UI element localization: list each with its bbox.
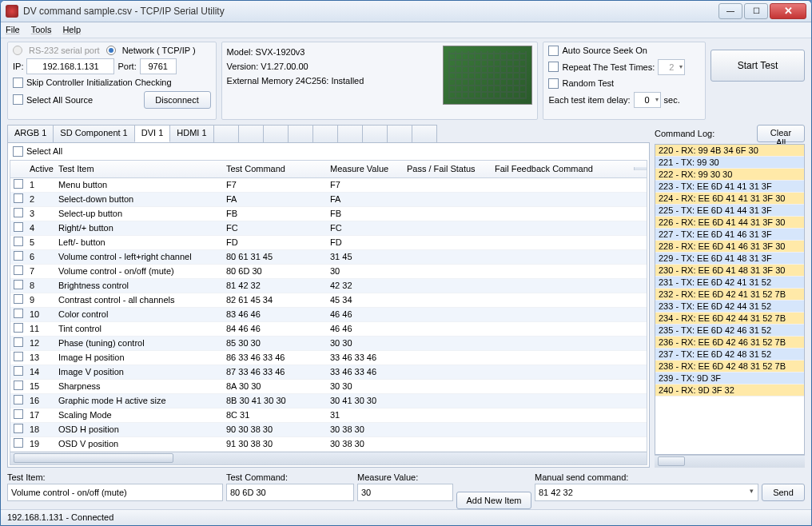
table-row[interactable]: 1Menu buttonF7F7 (10, 178, 647, 193)
menu-file[interactable]: File (6, 25, 20, 34)
chk-select-all[interactable] (13, 146, 23, 157)
table-row[interactable]: 5Left/- buttonFDFD (10, 236, 647, 250)
log-line[interactable]: 235 - TX: EE 6D 42 46 31 52 (655, 325, 804, 337)
row-checkbox[interactable] (14, 193, 23, 203)
tab-empty[interactable] (387, 125, 412, 142)
tab-empty[interactable] (412, 125, 437, 142)
chk-select-all-source[interactable] (13, 94, 23, 105)
row-checkbox[interactable] (14, 251, 23, 261)
start-test-button[interactable]: Start Test (710, 50, 805, 82)
tab-argb-1[interactable]: ARGB 1 (7, 125, 54, 142)
row-checkbox[interactable] (14, 179, 23, 189)
log-line[interactable]: 224 - RX: EE 6D 41 41 31 3F 30 (655, 193, 804, 205)
radio-network[interactable] (106, 46, 116, 55)
row-checkbox[interactable] (14, 337, 23, 347)
row-checkbox[interactable] (14, 309, 23, 318)
tab-empty[interactable] (263, 125, 289, 142)
delay-spinner[interactable]: 0 (634, 92, 661, 108)
log-line[interactable]: 236 - RX: EE 6D 42 46 31 52 7B (655, 337, 804, 349)
row-checkbox[interactable] (14, 280, 23, 289)
hdr-active[interactable]: Active (26, 162, 55, 175)
ip-input[interactable] (26, 58, 114, 74)
row-checkbox[interactable] (14, 424, 23, 433)
input-testcmd[interactable] (226, 484, 354, 501)
row-checkbox[interactable] (14, 237, 23, 246)
hdr-fail[interactable]: Fail Feedback Command (492, 162, 634, 175)
grid-hscroll[interactable] (10, 452, 647, 464)
row-checkbox[interactable] (14, 395, 23, 404)
table-row[interactable]: 10Color control83 46 4646 46 (10, 308, 647, 322)
hdr-cmd[interactable]: Test Command (223, 162, 327, 175)
clear-all-button[interactable]: Clear All (757, 125, 805, 142)
log-line[interactable]: 237 - TX: EE 6D 42 48 31 52 (655, 349, 804, 361)
hdr-pass[interactable]: Pass / Fail Status (404, 162, 492, 175)
log-hscroll[interactable] (655, 455, 805, 468)
menu-help[interactable]: Help (62, 25, 81, 34)
minimize-button[interactable]: — (718, 3, 742, 19)
table-row[interactable]: 13Image H position86 33 46 33 4633 46 33… (10, 351, 647, 365)
menu-tools[interactable]: Tools (31, 25, 52, 34)
tab-empty[interactable] (312, 125, 338, 142)
command-log[interactable]: 220 - RX: 99 4B 34 6F 30221 - TX: 99 302… (655, 144, 805, 455)
tab-empty[interactable] (288, 125, 313, 142)
table-row[interactable]: 7Volume control - on/off (mute)80 6D 303… (10, 265, 647, 279)
log-line[interactable]: 238 - RX: EE 6D 42 48 31 52 7B (655, 361, 804, 373)
table-row[interactable]: 15Sharpness8A 30 3030 30 (10, 380, 647, 394)
row-checkbox[interactable] (14, 438, 23, 448)
maximize-button[interactable]: ☐ (744, 3, 768, 19)
log-line[interactable]: 221 - TX: 99 30 (655, 157, 804, 169)
table-row[interactable]: 11Tint control84 46 4646 46 (10, 322, 647, 337)
table-row[interactable]: 16Graphic mode H active size8B 30 41 30 … (10, 394, 647, 408)
tab-empty[interactable] (238, 125, 264, 142)
log-line[interactable]: 225 - TX: EE 6D 41 44 31 3F (655, 205, 804, 217)
tab-empty[interactable] (337, 125, 363, 142)
log-line[interactable]: 220 - RX: 99 4B 34 6F 30 (655, 145, 804, 157)
repeat-spinner[interactable]: 2 (658, 59, 685, 75)
chk-skip-init[interactable] (13, 78, 23, 88)
table-row[interactable]: 3Select-up buttonFBFB (10, 207, 647, 221)
log-line[interactable]: 239 - TX: 9D 3F (655, 373, 804, 385)
row-checkbox[interactable] (14, 222, 23, 232)
disconnect-button[interactable]: Disconnect (144, 91, 211, 109)
log-line[interactable]: 232 - RX: EE 6D 42 41 31 52 7B (655, 289, 804, 301)
log-line[interactable]: 231 - TX: EE 6D 42 41 31 52 (655, 277, 804, 289)
tab-empty[interactable] (362, 125, 388, 142)
log-line[interactable]: 233 - TX: EE 6D 42 44 31 52 (655, 301, 804, 313)
port-input[interactable] (140, 58, 177, 74)
log-line[interactable]: 240 - RX: 9D 3F 32 (655, 385, 804, 396)
log-line[interactable]: 234 - RX: EE 6D 42 44 31 52 7B (655, 313, 804, 325)
add-new-item-button[interactable]: Add New Item (456, 492, 531, 509)
row-checkbox[interactable] (14, 352, 23, 361)
log-line[interactable]: 229 - TX: EE 6D 41 48 31 3F (655, 253, 804, 265)
table-row[interactable]: 18OSD H position90 30 38 3030 38 30 (10, 423, 647, 437)
table-row[interactable]: 2Select-down buttonFAFA (10, 193, 647, 207)
log-line[interactable]: 227 - TX: EE 6D 41 46 31 3F (655, 229, 804, 241)
tab-sd-component-1[interactable]: SD Component 1 (53, 125, 134, 142)
row-checkbox[interactable] (14, 366, 23, 376)
input-testitem[interactable] (7, 484, 223, 501)
chk-auto-seek[interactable] (548, 46, 559, 56)
table-row[interactable]: 4Right/+ buttonFCFC (10, 221, 647, 236)
chk-random[interactable] (548, 78, 559, 89)
grid-vscroll[interactable] (634, 167, 647, 170)
send-button[interactable]: Send (762, 484, 805, 501)
log-line[interactable]: 226 - RX: EE 6D 41 44 31 3F 30 (655, 217, 804, 229)
log-line[interactable]: 223 - TX: EE 6D 41 41 31 3F (655, 181, 804, 193)
table-row[interactable]: 8Brightness control81 42 3242 32 (10, 279, 647, 293)
tab-dvi-1[interactable]: DVI 1 (134, 125, 171, 142)
log-line[interactable]: 228 - RX: EE 6D 41 46 31 3F 30 (655, 241, 804, 253)
row-checkbox[interactable] (14, 409, 23, 419)
hdr-item[interactable]: Test Item (55, 162, 223, 175)
input-meas[interactable] (357, 484, 453, 501)
chk-repeat[interactable] (548, 62, 559, 72)
table-row[interactable]: 6Volume control - left+right channel80 6… (10, 250, 647, 265)
radio-rs232[interactable] (13, 46, 22, 55)
close-button[interactable]: ✕ (770, 3, 806, 19)
tab-hdmi-1[interactable]: HDMI 1 (169, 125, 213, 142)
row-checkbox[interactable] (14, 323, 23, 333)
row-checkbox[interactable] (14, 208, 23, 217)
table-row[interactable]: 14Image V position87 33 46 33 4633 46 33… (10, 365, 647, 380)
tab-empty[interactable] (213, 125, 239, 142)
input-manual-cmd[interactable] (535, 484, 758, 501)
table-row[interactable]: 19OSD V position91 30 38 3030 38 30 (10, 437, 647, 452)
